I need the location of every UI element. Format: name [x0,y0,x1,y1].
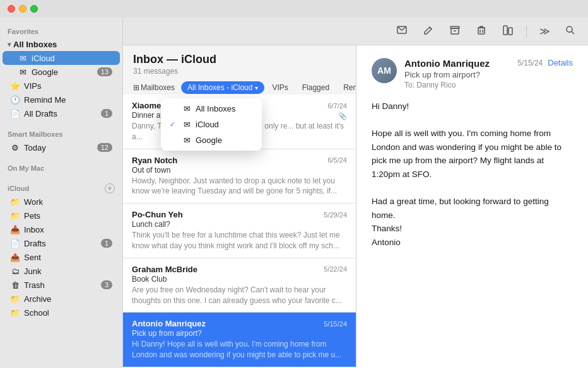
sidebar-item-inbox[interactable]: 📥 Inbox [3,222,120,236]
school-icon: 📁 [10,308,20,318]
detail-body: Hi Danny! Hope all is well with you. I'm… [372,100,573,250]
detail-pane: AM Antonio Manriquez Pick up from airpor… [356,45,588,368]
attachment-icon: 📎 [338,112,347,120]
junk-label: Junk [24,267,112,276]
content-area: Inbox — iCloud 31 messages ⊞ Mailboxes A… [123,45,588,368]
sidebar-item-pets[interactable]: 📁 Pets [3,209,120,222]
sidebar-item-vips[interactable]: ⭐ VIPs [3,79,120,93]
sidebar: Favorites ▾ All Inboxes ✉ iCloud ✉ Googl… [0,18,123,368]
drafts-icon: 📄 [10,108,20,118]
tab-flagged[interactable]: Flagged [296,81,336,95]
message-date: 5/29/24 [324,211,347,219]
sidebar-item-today[interactable]: ⚙ Today 12 [3,141,120,154]
close-button[interactable] [8,5,15,13]
sidebar-item-school[interactable]: 📁 School [3,306,120,319]
sidebar-item-trash[interactable]: 🗑 Trash 3 [3,278,120,292]
svg-rect-5 [478,28,485,34]
details-link[interactable]: Details [548,58,573,67]
message-date: 5/22/24 [324,265,347,273]
pane-header: Inbox — iCloud 31 messages [123,45,356,76]
trash-label: Trash [24,280,97,290]
svg-rect-9 [509,28,512,35]
tab-mailboxes[interactable]: ⊞ Mailboxes [128,81,180,94]
school-label: School [24,308,112,318]
sidebar-item-google[interactable]: ✉ Google 13 [3,65,120,79]
dropdown-item-all-inboxes[interactable]: ✉ All Inboxes [161,101,262,117]
sidebar-item-work[interactable]: 📁 Work [3,195,120,209]
today-badge: 12 [97,143,112,152]
sidebar-item-drafts[interactable]: 📄 Drafts 1 [3,236,120,250]
google-label: Google [32,67,93,77]
tab-vips[interactable]: VIPs [266,81,294,95]
message-item[interactable]: Graham McBride 5/22/24 Book Club Are you… [123,258,356,313]
detail-subject: Pick up from airport? [404,70,490,79]
move-toolbar-icon[interactable] [500,22,516,41]
all-inboxes-collapse[interactable]: ▾ All Inboxes [3,38,120,51]
maximize-button[interactable] [30,5,38,13]
on-my-mac-label: On My Mac [0,159,122,175]
junk-icon: 🗂 [10,266,20,276]
message-date: 6/7/24 [327,102,347,110]
message-sender: Po-Chun Yeh [132,210,183,219]
detail-sender-row: AM Antonio Manriquez Pick up from airpor… [372,58,490,89]
favorites-label: Favorites [0,23,122,38]
icloud-envelope-icon: ✉ [184,120,191,129]
minimize-button[interactable] [19,5,26,13]
dropdown-all-inboxes-label: All Inboxes [196,104,236,113]
message-subject: Book Club [132,275,347,284]
all-inboxes-dropdown[interactable]: All Inboxes - iCloud ▾ [181,81,264,94]
all-drafts-badge: 1 [101,109,112,118]
dropdown-item-icloud[interactable]: ✓ ✉ iCloud [161,117,262,132]
add-mailbox-button[interactable]: + [105,183,115,193]
icloud-icon: ✉ [18,53,28,63]
dropdown-chevron-icon: ▾ [255,84,258,91]
message-item[interactable]: Po-Chun Yeh 5/29/24 Lunch call? Think yo… [123,204,356,258]
sidebar-item-junk[interactable]: 🗂 Junk [3,264,120,278]
trash-icon: 🗑 [10,280,20,290]
search-toolbar-icon[interactable] [563,23,578,40]
sidebar-item-icloud[interactable]: ✉ iCloud [3,51,120,65]
dropdown-item-google[interactable]: ✉ Google [161,132,262,148]
dropdown-menu: ✉ All Inboxes ✓ ✉ iCloud ✉ Google [161,98,262,151]
drafts-folder-icon: 📄 [10,238,20,248]
new-message-icon[interactable] [394,22,410,41]
smart-mailboxes-label: Smart Mailboxes [0,125,122,141]
detail-meta: Antonio Manriquez Pick up from airport? … [404,58,490,89]
message-item[interactable]: Ryan Notch 6/5/24 Out of town Howdy, Nei… [123,149,356,204]
tab-remind-me[interactable]: Remind Me [337,81,356,95]
message-item-selected[interactable]: Antonio Manriquez 5/15/24 Pick up from a… [123,313,356,367]
folder-pets-icon: 📁 [10,210,20,221]
trash-toolbar-icon[interactable] [473,22,490,41]
traffic-lights [8,5,38,13]
today-icon: ⚙ [10,142,20,152]
vips-label: VIPs [24,81,112,91]
inbox-label: Inbox [24,225,112,234]
google-badge: 13 [97,67,112,76]
sidebar-item-archive[interactable]: 📁 Archive [3,292,120,306]
archive-toolbar-icon[interactable] [447,22,463,41]
detail-date: 5/15/24 [517,59,543,67]
right-section: ≫ Inbox — iCloud 31 messages ⊞ Mailboxes [123,18,588,368]
compose-icon[interactable] [420,22,437,41]
pane-subtitle: 31 messages [133,67,346,76]
sent-icon: 📤 [10,252,20,262]
icloud-section-label: iCloud [8,185,29,192]
sidebar-item-remind-me[interactable]: 🕐 Remind Me [3,93,120,106]
message-preview: Are you free on Wednesday night? Can't w… [132,285,347,306]
detail-sender-name: Antonio Manriquez [404,58,490,69]
detail-actions: 5/15/24 Details [517,58,573,67]
more-toolbar-icon[interactable]: ≫ [537,23,553,40]
sidebar-item-all-drafts[interactable]: 📄 All Drafts 1 [3,106,120,120]
pane-title: Inbox — iCloud [133,53,346,66]
svg-point-11 [567,26,572,32]
message-subject: Lunch call? [132,220,347,229]
message-preview: Howdy, Neighbor. Just wanted to drop a q… [132,176,347,197]
svg-rect-8 [503,26,507,35]
toolbar: ≫ [123,18,588,45]
icloud-section-header: iCloud + [0,180,122,195]
message-list-pane: Inbox — iCloud 31 messages ⊞ Mailboxes A… [123,45,356,368]
trash-badge: 3 [101,280,112,289]
dropdown-icloud-label: iCloud [196,120,219,129]
sidebar-item-sent[interactable]: 📤 Sent [3,250,120,264]
drafts-badge: 1 [101,239,112,248]
